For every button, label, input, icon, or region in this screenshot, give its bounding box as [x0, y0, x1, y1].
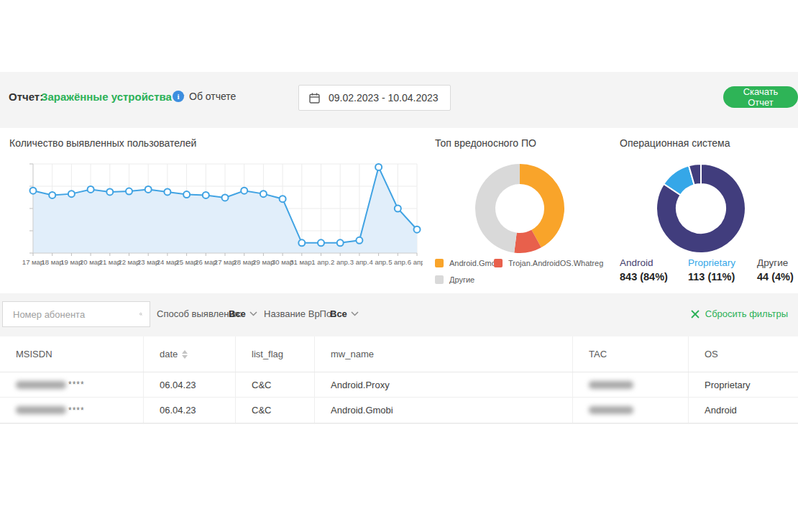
column-header-list-flag[interactable]: list_flag	[236, 336, 315, 372]
users-line-chart: 17 мар18 мар19 мар20 мар21 мар22 мар23 м…	[3, 157, 423, 278]
cell-msisdn: ****	[0, 398, 144, 423]
reset-filters-button[interactable]: Сбросить фильтры	[691, 308, 788, 319]
download-report-button[interactable]: Скачать Отчет	[723, 86, 798, 108]
os-donut-title: Операционная система	[620, 137, 730, 149]
cell-tac	[573, 398, 689, 423]
msisdn-suffix: ****	[68, 405, 85, 416]
legend-swatch	[435, 259, 444, 267]
about-report-label: Об отчете	[189, 91, 236, 102]
svg-text:1 апр.: 1 апр.	[311, 258, 330, 266]
os-stat-label: Android	[620, 257, 668, 268]
infected-devices-table: MSISDN date list_flag mw_name TAC OS ***…	[0, 336, 798, 423]
cell-mw-name: Android.Gmobi	[315, 398, 573, 423]
legend-item-trojan-whatreg: Trojan.AndroidOS.Whatreg	[494, 259, 603, 267]
report-toolbar: Отчет: Заражённые устройства i Об отчете…	[0, 81, 798, 113]
report-name: Заражённые устройства	[41, 91, 172, 103]
charts-card: Количество выявленных пользователей 17 м…	[0, 128, 798, 293]
svg-text:4 апр.: 4 апр.	[369, 258, 387, 266]
table-header-row: MSISDN date list_flag mw_name TAC OS	[0, 336, 798, 372]
os-stat-value: 843 (84%)	[620, 271, 668, 283]
column-header-tac[interactable]: TAC	[573, 336, 689, 372]
os-stat-label: Другие	[757, 257, 794, 268]
cell-date: 06.04.23	[144, 398, 236, 423]
legend-swatch	[494, 259, 503, 267]
column-header-msisdn[interactable]: MSISDN	[0, 336, 144, 372]
report-label: Отчет:	[9, 91, 43, 103]
malware-donut-title: Топ вредоносного ПО	[435, 137, 536, 149]
masked-msisdn	[16, 381, 66, 389]
calendar-icon	[309, 93, 320, 104]
legend-item-other: Другие	[435, 275, 474, 284]
date-range-picker[interactable]: 09.02.2023 - 10.04.2023	[298, 85, 451, 111]
chevron-down-icon	[249, 311, 257, 316]
masked-tac	[589, 381, 633, 389]
os-stat-other: Другие 44 (4%)	[757, 257, 794, 283]
malware-filter-label: Название ВрПо::	[264, 308, 336, 319]
svg-text:3 апр.: 3 апр.	[350, 258, 369, 266]
cell-mw-name: Android.Proxy	[315, 372, 573, 397]
malware-donut-chart	[469, 158, 570, 259]
os-stat-value: 44 (4%)	[757, 271, 794, 283]
table-row[interactable]: ****06.04.23C&CAndroid.GmobiAndroid	[0, 398, 798, 423]
legend-swatch	[435, 275, 444, 284]
info-icon: i	[173, 91, 184, 102]
detection-filter-dropdown[interactable]: Все	[229, 308, 257, 319]
os-stat-label: Proprietary	[688, 257, 735, 268]
svg-text:31 мар.: 31 мар.	[290, 258, 313, 266]
os-stat-proprietary: Proprietary 113 (11%)	[688, 257, 735, 283]
legend-label: Trojan.AndroidOS.Whatreg	[508, 259, 603, 267]
cell-os: Android	[689, 398, 798, 423]
cell-list-flag: C&C	[236, 398, 315, 423]
reset-filters-label: Сбросить фильтры	[705, 308, 788, 319]
malware-filter-dropdown[interactable]: Все	[330, 308, 359, 319]
filter-bar: Способ выявления: Все Название ВрПо:: Вс…	[0, 301, 798, 329]
cell-msisdn: ****	[0, 372, 144, 397]
report-type-dropdown[interactable]: Заражённые устройства	[41, 91, 185, 103]
cell-os: Proprietary	[689, 372, 798, 397]
subscriber-search[interactable]	[2, 301, 150, 327]
column-header-date[interactable]: date	[144, 336, 236, 372]
close-icon	[691, 310, 700, 318]
column-header-mw-name[interactable]: mw_name	[315, 336, 573, 372]
svg-text:5 апр.: 5 апр.	[388, 258, 407, 266]
table-row[interactable]: ****06.04.23C&CAndroid.ProxyProprietary	[0, 372, 798, 398]
sort-icon[interactable]	[182, 350, 188, 359]
detection-filter-value: Все	[229, 308, 246, 319]
search-input[interactable]	[13, 309, 139, 320]
masked-msisdn	[16, 406, 66, 414]
legend-label: Другие	[449, 275, 474, 284]
cell-list-flag: C&C	[236, 372, 315, 397]
msisdn-suffix: ****	[68, 380, 85, 390]
os-stat-value: 113 (11%)	[688, 271, 735, 283]
search-icon[interactable]	[139, 307, 142, 321]
malware-filter-value: Все	[330, 308, 347, 319]
page: Отчет: Заражённые устройства i Об отчете…	[0, 0, 798, 532]
svg-text:6 апр.: 6 апр.	[408, 258, 423, 266]
legend-item-android-gmobi: Android.Gmobi	[435, 259, 502, 267]
os-donut-chart	[651, 158, 751, 259]
os-stat-android: Android 843 (84%)	[620, 257, 668, 283]
about-report-link[interactable]: i Об отчете	[173, 91, 236, 102]
date-range-value: 09.02.2023 - 10.04.2023	[329, 92, 439, 104]
column-header-os[interactable]: OS	[689, 336, 798, 372]
chevron-down-icon	[351, 311, 359, 316]
svg-text:2 апр.: 2 апр.	[331, 258, 349, 266]
masked-tac	[589, 406, 633, 414]
column-header-date-label: date	[160, 349, 178, 359]
table-body: ****06.04.23C&CAndroid.ProxyProprietary*…	[0, 372, 798, 423]
line-chart-title: Количество выявленных пользователей	[9, 137, 196, 149]
cell-date: 06.04.23	[144, 372, 236, 397]
cell-tac	[573, 372, 689, 397]
